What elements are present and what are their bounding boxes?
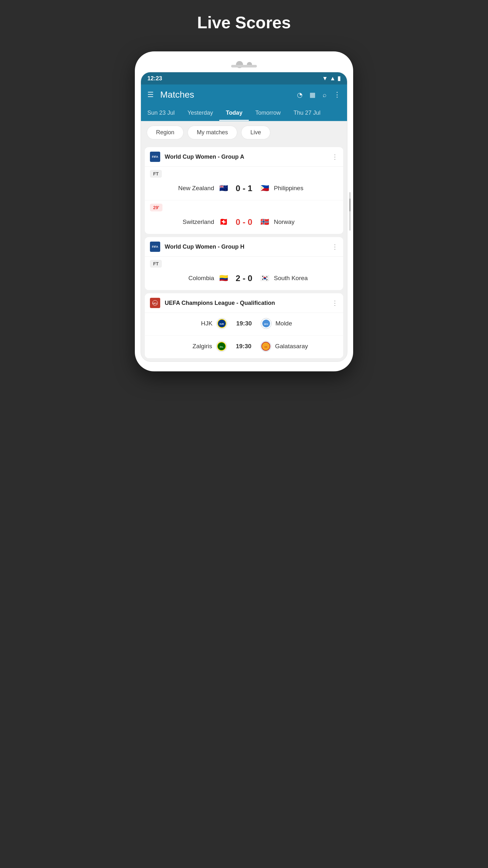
search-icon[interactable]: ⌕ bbox=[323, 91, 326, 99]
status-icons: ▼ ▲ ▮ bbox=[322, 75, 340, 82]
team-name-galatasaray: Galatasaray bbox=[275, 343, 308, 350]
match-time-hjk-molde: 19:30 bbox=[231, 320, 257, 327]
page-title-text: Live Scores bbox=[197, 13, 291, 32]
scroll-thumb bbox=[349, 198, 351, 211]
team-name-molde: Molde bbox=[275, 320, 307, 327]
tab-tomorrow[interactable]: Tomorrow bbox=[249, 105, 287, 121]
match-teams-co-kr: Colombia 🇨🇴 2 - 0 🇰🇷 South Korea bbox=[150, 271, 338, 286]
wifi-icon: ▼ bbox=[322, 75, 328, 82]
hamburger-icon[interactable]: ☰ bbox=[148, 91, 154, 99]
phone-frame: 12:23 ▼ ▲ ▮ ☰ Matches ◔ ▦ ⌕ ⋮ Sun 23 Jul… bbox=[135, 52, 353, 371]
team-name-ph: Philippines bbox=[274, 185, 313, 192]
tab-yesterday[interactable]: Yesterday bbox=[181, 105, 219, 121]
logo-hjk: HJK bbox=[217, 318, 227, 329]
logo-zalgiris: ŽAL bbox=[216, 341, 227, 352]
phone-speaker bbox=[231, 65, 257, 67]
match-status-ch-no: 29' bbox=[150, 204, 162, 211]
status-time: 12:23 bbox=[148, 75, 162, 82]
league-icon-ucl: UCL bbox=[150, 298, 160, 308]
league-more-ucl[interactable]: ⋮ bbox=[332, 299, 338, 307]
team-name-hjk: HJK bbox=[181, 320, 213, 327]
clock-icon[interactable]: ◔ bbox=[297, 91, 302, 99]
svg-text:MFK: MFK bbox=[264, 323, 269, 325]
match-teams-nz-ph: New Zealand 🇳🇿 0 - 1 🇵🇭 Philippines bbox=[150, 181, 338, 196]
league-card-group-h: FIFA World Cup Women - Group H ⋮ FT Colo… bbox=[145, 237, 343, 290]
content-area: FIFA World Cup Women - Group A ⋮ FT New … bbox=[141, 144, 347, 362]
flag-ch: 🇨🇭 bbox=[218, 217, 229, 227]
battery-icon: ▮ bbox=[337, 75, 340, 82]
filter-row: Region My matches Live bbox=[141, 121, 347, 144]
calendar-icon[interactable]: ▦ bbox=[310, 91, 316, 99]
score-co-kr: 2 - 0 bbox=[233, 273, 255, 283]
tab-today[interactable]: Today bbox=[219, 105, 249, 121]
flag-kr: 🇰🇷 bbox=[259, 273, 270, 284]
flag-no: 🇳🇴 bbox=[259, 217, 270, 227]
team-name-co: Colombia bbox=[175, 275, 214, 282]
match-row-hjk-molde[interactable]: HJK HJK 19:30 MFK bbox=[145, 313, 343, 336]
league-card-group-a: FIFA World Cup Women - Group A ⋮ FT New … bbox=[145, 147, 343, 234]
match-teams-ch-no: Switzerland 🇨🇭 0 - 0 🇳🇴 Norway bbox=[150, 215, 338, 229]
match-row-co-kr[interactable]: FT Colombia 🇨🇴 2 - 0 🇰🇷 South Korea bbox=[145, 257, 343, 290]
svg-text:ŽAL: ŽAL bbox=[220, 346, 223, 348]
date-tabs: Sun 23 Jul Yesterday Today Tomorrow Thu … bbox=[141, 105, 347, 121]
flag-nz: 🇳🇿 bbox=[218, 183, 229, 194]
team-name-zalgiris: Zalgiris bbox=[180, 343, 212, 350]
signal-icon: ▲ bbox=[330, 75, 335, 82]
flag-ph: 🇵🇭 bbox=[259, 183, 270, 194]
score-ch-no: 0 - 0 bbox=[233, 217, 255, 227]
score-nz-ph: 0 - 1 bbox=[233, 183, 255, 193]
league-name-ucl: UEFA Champions League - Qualification bbox=[165, 300, 332, 307]
scroll-indicator bbox=[349, 192, 351, 231]
logo-galatasaray: GS bbox=[260, 341, 271, 352]
svg-text:UCL: UCL bbox=[153, 302, 158, 305]
filter-live[interactable]: Live bbox=[241, 126, 270, 140]
match-row-zalgiris-gala[interactable]: Zalgiris ŽAL 19:30 GS bbox=[145, 336, 343, 358]
tab-sun23jul[interactable]: Sun 23 Jul bbox=[141, 105, 181, 121]
flag-co: 🇨🇴 bbox=[218, 273, 229, 284]
match-status-nz-ph: FT bbox=[150, 170, 162, 178]
league-header-group-a: FIFA World Cup Women - Group A ⋮ bbox=[145, 147, 343, 167]
svg-text:GS: GS bbox=[264, 346, 267, 348]
league-card-ucl: UCL UEFA Champions League - Qualificatio… bbox=[145, 293, 343, 358]
match-teams-zalgiris-gala: Zalgiris ŽAL 19:30 GS bbox=[150, 339, 338, 354]
app-bar-actions: ◔ ▦ ⌕ ⋮ bbox=[297, 91, 340, 99]
league-more-group-h[interactable]: ⋮ bbox=[332, 243, 338, 251]
logo-molde: MFK bbox=[261, 318, 271, 329]
match-time-zalgiris-gala: 19:30 bbox=[231, 343, 257, 350]
league-more-group-a[interactable]: ⋮ bbox=[332, 153, 338, 161]
team-name-kr: South Korea bbox=[274, 275, 313, 282]
league-icon-group-a: FIFA bbox=[150, 152, 160, 162]
match-row-nz-ph[interactable]: FT New Zealand 🇳🇿 0 - 1 🇵🇭 Philippines bbox=[145, 167, 343, 200]
team-name-no: Norway bbox=[274, 218, 313, 225]
league-header-group-h: FIFA World Cup Women - Group H ⋮ bbox=[145, 237, 343, 257]
league-name-group-h: World Cup Women - Group H bbox=[165, 244, 332, 250]
app-bar: ☰ Matches ◔ ▦ ⌕ ⋮ bbox=[141, 85, 347, 105]
match-status-co-kr: FT bbox=[150, 260, 162, 268]
app-title: Matches bbox=[160, 90, 291, 100]
league-header-ucl: UCL UEFA Champions League - Qualificatio… bbox=[145, 293, 343, 313]
filter-my-matches[interactable]: My matches bbox=[188, 126, 237, 140]
tab-thu27jul[interactable]: Thu 27 Jul bbox=[287, 105, 327, 121]
team-name-nz: New Zealand bbox=[175, 185, 214, 192]
match-row-ch-no[interactable]: 29' Switzerland 🇨🇭 0 - 0 🇳🇴 Norway bbox=[145, 200, 343, 234]
league-name-group-a: World Cup Women - Group A bbox=[165, 154, 332, 160]
svg-text:HJK: HJK bbox=[220, 323, 224, 325]
league-icon-group-h: FIFA bbox=[150, 242, 160, 252]
more-icon[interactable]: ⋮ bbox=[333, 91, 340, 99]
match-teams-hjk-molde: HJK HJK 19:30 MFK bbox=[150, 316, 338, 331]
team-name-ch: Switzerland bbox=[175, 218, 214, 225]
phone-screen: 12:23 ▼ ▲ ▮ ☰ Matches ◔ ▦ ⌕ ⋮ Sun 23 Jul… bbox=[141, 72, 347, 362]
filter-region[interactable]: Region bbox=[147, 126, 184, 140]
status-bar: 12:23 ▼ ▲ ▮ bbox=[141, 72, 347, 85]
